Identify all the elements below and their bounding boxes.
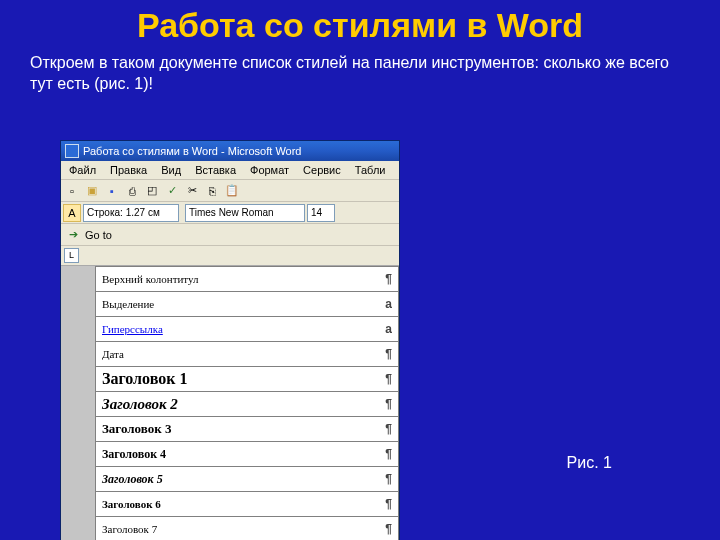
goto-label: Go to [85, 229, 112, 241]
menu-service[interactable]: Сервис [297, 163, 347, 177]
style-row[interactable]: Заголовок 4¶ [95, 441, 399, 467]
style-row[interactable]: Выделениеa [95, 291, 399, 317]
menu-file[interactable]: Файл [63, 163, 102, 177]
paragraph-mark-icon: ¶ [385, 472, 392, 486]
word-window: Работа со стилями в Word - Microsoft Wor… [60, 140, 400, 540]
preview-icon[interactable]: ◰ [143, 182, 161, 200]
style-label: Верхний колонтитул [102, 273, 385, 285]
new-icon[interactable]: ▫ [63, 182, 81, 200]
style-row[interactable]: Заголовок 5¶ [95, 466, 399, 492]
figure-caption: Рис. 1 [567, 454, 612, 472]
save-icon[interactable]: ▪ [103, 182, 121, 200]
menu-edit[interactable]: Правка [104, 163, 153, 177]
goto-row: ➔ Go to [61, 224, 399, 246]
standard-toolbar: ▫ ▣ ▪ ⎙ ◰ ✓ ✂ ⎘ 📋 [61, 180, 399, 202]
style-label: Выделение [102, 298, 385, 310]
copy-icon[interactable]: ⎘ [203, 182, 221, 200]
menu-view[interactable]: Вид [155, 163, 187, 177]
style-label: Заголовок 2 [102, 396, 385, 413]
word-icon [65, 144, 79, 158]
paragraph-mark-icon: ¶ [385, 447, 392, 461]
paragraph-mark-icon: ¶ [385, 372, 392, 386]
ruler-tab-l[interactable]: L [64, 248, 79, 263]
paste-icon[interactable]: 📋 [223, 182, 241, 200]
titlebar: Работа со стилями в Word - Microsoft Wor… [61, 141, 399, 161]
left-gutter [61, 266, 95, 540]
paragraph-mark-icon: a [385, 297, 392, 311]
style-sel-icon[interactable]: A [63, 204, 81, 222]
formatting-toolbar: A Строка: 1.27 см Times New Roman 14 [61, 202, 399, 224]
style-label: Гиперссылка [102, 323, 385, 335]
ruler: L [61, 246, 399, 266]
cut-icon[interactable]: ✂ [183, 182, 201, 200]
paragraph-mark-icon: ¶ [385, 522, 392, 536]
style-row[interactable]: Заголовок 1¶ [95, 366, 399, 392]
font-field[interactable]: Times New Roman [185, 204, 305, 222]
style-label: Заголовок 6 [102, 498, 385, 510]
menu-insert[interactable]: Вставка [189, 163, 242, 177]
style-label: Заголовок 5 [102, 472, 385, 487]
style-row[interactable]: Заголовок 3¶ [95, 416, 399, 442]
style-field[interactable]: Строка: 1.27 см [83, 204, 179, 222]
paragraph-mark-icon: ¶ [385, 497, 392, 511]
paragraph-mark-icon: ¶ [385, 272, 392, 286]
slide-title: Работа со стилями в Word [0, 0, 720, 49]
print-icon[interactable]: ⎙ [123, 182, 141, 200]
style-label: Заголовок 4 [102, 447, 385, 462]
styles-dropdown[interactable]: Верхний колонтитул¶ВыделениеaГиперссылка… [61, 266, 399, 540]
style-row[interactable]: Заголовок 6¶ [95, 491, 399, 517]
goto-icon[interactable]: ➔ [64, 226, 82, 244]
style-row[interactable]: Заголовок 7¶ [95, 516, 399, 540]
menu-format[interactable]: Формат [244, 163, 295, 177]
paragraph-mark-icon: a [385, 322, 392, 336]
style-row[interactable]: Заголовок 2¶ [95, 391, 399, 417]
style-row[interactable]: Дата¶ [95, 341, 399, 367]
window-title: Работа со стилями в Word - Microsoft Wor… [83, 145, 302, 157]
spell-icon[interactable]: ✓ [163, 182, 181, 200]
paragraph-mark-icon: ¶ [385, 347, 392, 361]
style-label: Заголовок 7 [102, 523, 385, 535]
paragraph-mark-icon: ¶ [385, 397, 392, 411]
menubar: Файл Правка Вид Вставка Формат Сервис Та… [61, 161, 399, 180]
menu-table[interactable]: Табли [349, 163, 392, 177]
paragraph-mark-icon: ¶ [385, 422, 392, 436]
size-field[interactable]: 14 [307, 204, 335, 222]
style-row[interactable]: Верхний колонтитул¶ [95, 266, 399, 292]
slide-subtitle: Откроем в таком документе список стилей … [0, 49, 720, 101]
open-icon[interactable]: ▣ [83, 182, 101, 200]
style-label: Заголовок 1 [102, 370, 385, 388]
style-label: Заголовок 3 [102, 421, 385, 437]
style-row[interactable]: Гиперссылкаa [95, 316, 399, 342]
style-label: Дата [102, 348, 385, 360]
